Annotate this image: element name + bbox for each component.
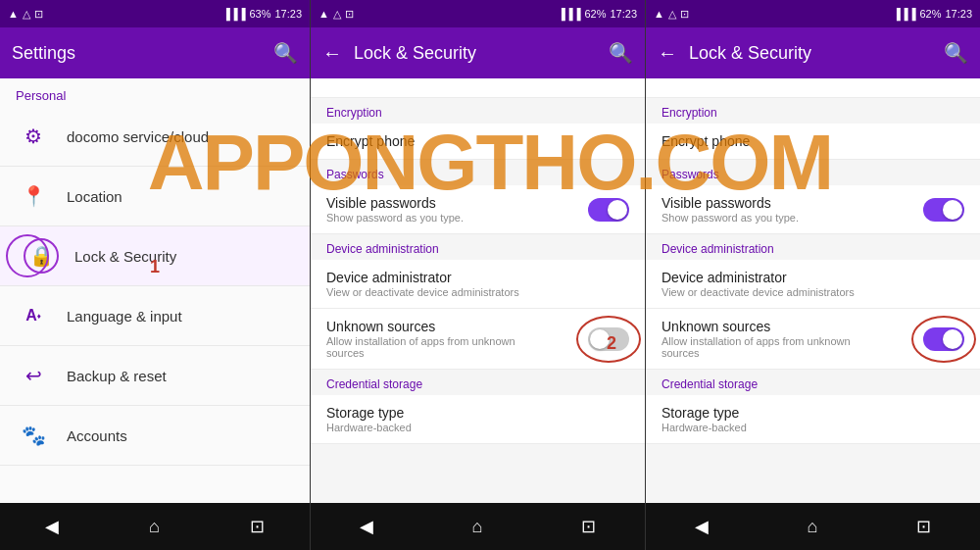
status-icons-left-2: ▲ △ ⊡: [318, 8, 354, 21]
bottom-nav-1: ◀ ⌂ ⊡: [0, 503, 310, 550]
settings-item-language[interactable]: A♦ Language & input: [0, 286, 310, 346]
back-button-2[interactable]: ◀: [344, 508, 389, 545]
visible-passwords-item-3[interactable]: Visible passwords Show password as you t…: [646, 185, 980, 234]
passwords-label-2: Passwords: [311, 160, 645, 185]
toggle-knob-vp3: [943, 200, 962, 220]
device-admin-item-2[interactable]: Device administrator View or deactivate …: [311, 260, 645, 309]
backup-label: Backup & reset: [67, 368, 167, 384]
lock-toolbar-2: ← Lock & Security 🔍: [311, 27, 645, 78]
unknown-sources-item-3[interactable]: Unknown sources Allow installation of ap…: [646, 309, 980, 370]
lock-search-icon-2[interactable]: 🔍: [609, 41, 633, 65]
unknown-sources-texts-3: Unknown sources Allow installation of ap…: [662, 319, 851, 359]
recent-button-3[interactable]: ⊡: [901, 508, 947, 545]
accounts-label: Accounts: [67, 427, 127, 444]
settings-search-icon[interactable]: 🔍: [273, 41, 298, 65]
status-icons-left: ▲ △ ⊡: [8, 8, 43, 21]
storage-type-item-2[interactable]: Storage type Hardware-backed: [311, 395, 645, 444]
signal-icon-2: ▐▐▐: [558, 8, 580, 20]
device-admin-title-2: Device administrator: [326, 270, 519, 285]
encryption-label-2: Encryption: [311, 98, 645, 124]
language-icon: A♦: [16, 298, 51, 333]
time-display-2: 17:23: [610, 8, 637, 20]
back-button-1[interactable]: ◀: [29, 508, 74, 545]
toggle-knob-us3: [943, 329, 962, 349]
toggle-knob-us2: [590, 329, 610, 349]
lock-title-3: Lock & Security: [689, 43, 932, 64]
back-button-3[interactable]: ◀: [679, 508, 724, 545]
language-label: Language & input: [67, 308, 182, 325]
unknown-sources-texts-2: Unknown sources Allow installation of ap…: [326, 319, 515, 359]
visible-passwords-sub-3: Show password as you type.: [662, 212, 799, 224]
settings-item-docomo[interactable]: ⚙ docomo service/cloud: [0, 107, 310, 167]
lock-content-3: Encryption Encrypt phone Passwords Visib…: [646, 78, 980, 503]
visible-passwords-texts-2: Visible passwords Show password as you t…: [326, 195, 464, 224]
encrypt-phone-item-2[interactable]: Encrypt phone: [311, 124, 645, 160]
storage-type-texts-3: Storage type Hardware-backed: [662, 405, 747, 433]
alert-icon-3: ▲: [654, 8, 664, 20]
visible-passwords-item-2[interactable]: Visible passwords Show password as you t…: [311, 185, 645, 234]
visible-passwords-toggle-2[interactable]: [588, 198, 629, 222]
storage-type-item-3[interactable]: Storage type Hardware-backed: [646, 395, 980, 444]
unknown-sources-toggle-2[interactable]: [588, 327, 629, 351]
bottom-nav-3: ◀ ⌂ ⊡: [646, 503, 980, 550]
visible-passwords-title-3: Visible passwords: [662, 195, 799, 211]
status-icons-right: ▐▐▐ 63% 17:23: [222, 8, 302, 20]
lock-panel-3: ▲ △ ⊡ ▐▐▐ 62% 17:23 ← Lock & Security 🔍 …: [646, 0, 980, 550]
sync-icon: ⊡: [34, 8, 43, 21]
hidden-top-2: [311, 78, 645, 98]
passwords-label-3: Passwords: [646, 160, 980, 185]
sync-icon-3: ⊡: [680, 8, 689, 21]
unknown-sources-title-2: Unknown sources: [326, 319, 515, 334]
lock-label: Lock & Security: [74, 248, 176, 265]
docomo-label: docomo service/cloud: [67, 128, 209, 145]
device-admin-title-3: Device administrator: [662, 270, 855, 285]
status-icons-left-3: ▲ △ ⊡: [654, 8, 689, 21]
battery-percent: 63%: [249, 8, 270, 20]
credential-label-2: Credential storage: [311, 370, 645, 395]
unknown-sources-item-2[interactable]: Unknown sources Allow installation of ap…: [311, 309, 645, 370]
home-button-3[interactable]: ⌂: [792, 509, 834, 545]
signal-icon-3: ▐▐▐: [893, 8, 915, 20]
visible-passwords-title-2: Visible passwords: [326, 195, 464, 211]
visible-passwords-texts-3: Visible passwords Show password as you t…: [662, 195, 799, 224]
location-label: Location: [67, 188, 122, 205]
encrypt-phone-texts-3: Encrypt phone: [662, 133, 750, 149]
lock-title-2: Lock & Security: [354, 43, 597, 64]
encrypt-phone-item-3[interactable]: Encrypt phone: [646, 124, 980, 160]
back-arrow-3[interactable]: ←: [658, 42, 677, 65]
back-arrow-2[interactable]: ←: [322, 42, 342, 65]
time-display: 17:23: [274, 8, 302, 20]
settings-toolbar: Settings 🔍: [0, 27, 310, 78]
accounts-icon: 🐾: [16, 418, 51, 453]
encrypt-phone-title-2: Encrypt phone: [326, 133, 415, 149]
status-bar-3: ▲ △ ⊡ ▐▐▐ 62% 17:23: [646, 0, 980, 27]
home-button-1[interactable]: ⌂: [133, 509, 175, 545]
home-button-2[interactable]: ⌂: [457, 509, 499, 545]
notification-icon-2: △: [333, 8, 341, 21]
device-admin-sub-2: View or deactivate device administrators: [326, 286, 519, 298]
settings-item-lock[interactable]: 🔒 Lock & Security: [0, 226, 310, 286]
location-icon: 📍: [16, 178, 51, 214]
device-admin-item-3[interactable]: Device administrator View or deactivate …: [646, 260, 980, 309]
battery-percent-3: 62%: [919, 8, 941, 20]
settings-item-accounts[interactable]: 🐾 Accounts: [0, 406, 310, 466]
lock-search-icon-3[interactable]: 🔍: [944, 41, 968, 65]
bottom-nav-2: ◀ ⌂ ⊡: [311, 503, 645, 550]
recent-button-2[interactable]: ⊡: [565, 508, 612, 545]
unknown-sources-title-3: Unknown sources: [662, 319, 851, 334]
settings-item-backup[interactable]: ↩ Backup & reset: [0, 346, 310, 406]
hidden-top-3: [646, 78, 980, 98]
notification-icon: △: [23, 8, 30, 21]
device-admin-label-3: Device administration: [646, 234, 980, 260]
status-icons-right-3: ▐▐▐ 62% 17:23: [893, 8, 972, 20]
alert-icon: ▲: [8, 8, 19, 20]
recent-button-1[interactable]: ⊡: [234, 508, 280, 545]
device-admin-texts-3: Device administrator View or deactivate …: [662, 270, 855, 298]
storage-type-title-3: Storage type: [662, 405, 747, 421]
credential-label-3: Credential storage: [646, 370, 980, 395]
settings-item-location[interactable]: 📍 Location: [0, 167, 310, 226]
visible-passwords-toggle-3[interactable]: [923, 198, 964, 222]
status-bar-1: ▲ △ ⊡ ▐▐▐ 63% 17:23: [0, 0, 310, 27]
storage-type-texts-2: Storage type Hardware-backed: [326, 405, 412, 433]
unknown-sources-toggle-3[interactable]: [923, 327, 964, 351]
